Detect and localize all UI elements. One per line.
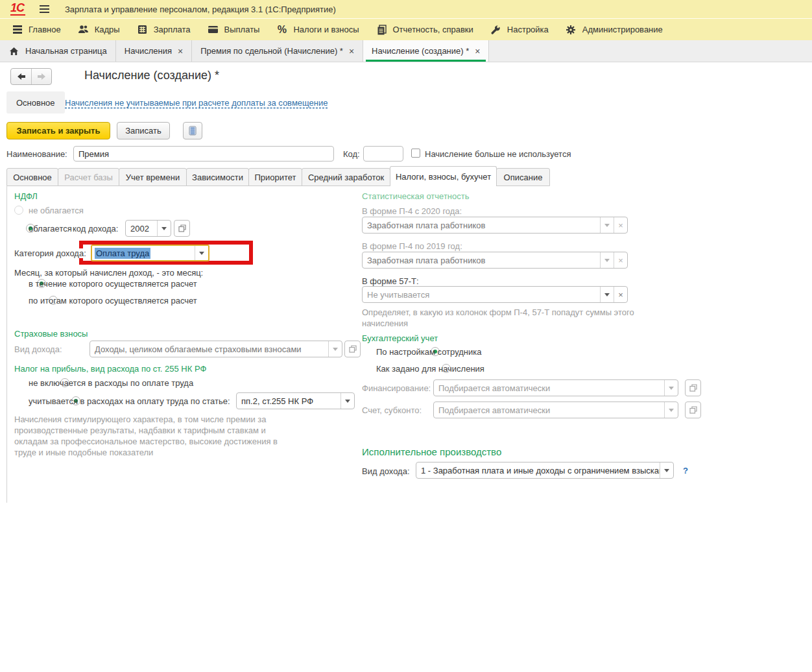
dropdown-icon (328, 341, 342, 357)
income-code-combo[interactable]: 2002 (125, 220, 171, 237)
insurance-income-type-label: Вид дохода: (14, 344, 62, 354)
tab-accrual-creation[interactable]: Начисление (создание) * × (363, 40, 489, 62)
open-form-icon (178, 224, 186, 232)
formtab-taxes-accounting[interactable]: Налоги, взносы, бухучет (390, 166, 497, 186)
accounting-header: Бухгалтерский учет (362, 333, 438, 343)
tab-accruals[interactable]: Начисления × (116, 40, 192, 62)
formtab-main[interactable]: Основное (6, 168, 58, 186)
financing-label: Финансирование: (362, 383, 431, 393)
history-nav (10, 68, 52, 85)
profit-tax-not-included-label: не включается в расходы по оплате труда (29, 378, 193, 388)
stack-icon (189, 126, 197, 136)
dropdown-icon (600, 252, 614, 268)
save-button[interactable]: Записать (117, 122, 170, 139)
profit-tax-header: Налог на прибыль, вид расхода по ст. 255… (14, 364, 206, 374)
month-after-label: по итогам которого осуществляется расчет (29, 296, 197, 306)
dropdown-icon[interactable] (340, 393, 354, 409)
p4-2020-label: В форме П-4 с 2020 года: (362, 206, 462, 216)
menu-item-reports[interactable]: Отчетность, справки (376, 25, 473, 35)
clear-icon: × (614, 252, 627, 268)
tab-home[interactable]: Начальная страница (0, 40, 116, 62)
stat-note: Определяет, в какую из колонок форм П-4,… (362, 307, 634, 329)
close-icon[interactable]: × (349, 47, 354, 56)
home-icon (8, 46, 19, 56)
open-form-icon (689, 384, 697, 392)
menu-item-main[interactable]: Главное (12, 25, 61, 35)
ndfl-header: НДФЛ (14, 191, 38, 201)
dropdown-icon[interactable] (195, 246, 208, 260)
menu-item-administration[interactable]: Администрирование (566, 25, 663, 35)
financing-combo: Подбирается автоматически (433, 379, 678, 396)
1c-logo-icon: 1С (10, 3, 25, 16)
dropdown-icon[interactable] (600, 287, 614, 302)
income-category-combo[interactable]: Оплата труда (91, 245, 209, 261)
window-title: Зарплата и управление персоналом, редакц… (65, 5, 336, 14)
formtab-dependencies[interactable]: Зависимости (186, 168, 249, 186)
not-used-label: Начисление больше не используется (425, 149, 571, 159)
code-input[interactable] (363, 146, 403, 162)
dropdown-icon (664, 402, 678, 418)
insurance-header: Страховые взносы (14, 329, 88, 339)
profit-tax-note: Начисления стимулирующего характера, в т… (14, 414, 294, 458)
forward-button[interactable] (31, 69, 51, 84)
clear-icon[interactable]: × (614, 287, 627, 302)
window-titlebar: 1С Зарплата и управление персоналом, ред… (0, 0, 812, 18)
p4-2020-combo: Заработная плата работников × (362, 217, 628, 234)
people-icon (78, 25, 89, 35)
help-icon[interactable]: ? (683, 466, 688, 475)
f57-label: В форме 57-Т: (362, 276, 419, 286)
close-icon[interactable]: × (475, 47, 480, 56)
enforcement-income-type-combo[interactable]: 1 - Заработная плата и иные доходы с огр… (416, 462, 674, 479)
accounting-employee-label: По настройкам сотрудника (376, 347, 481, 357)
income-code-open-button[interactable] (174, 220, 190, 237)
save-and-close-button[interactable]: Записать и закрыть (6, 122, 110, 139)
code-label: Код: (343, 149, 360, 159)
income-category-label: Категория дохода: (14, 248, 86, 258)
income-code-label: код дохода: (73, 224, 118, 234)
menu-item-settings[interactable]: Настройка (490, 25, 549, 35)
main-menu-icon[interactable] (40, 5, 49, 13)
f57-combo[interactable]: Не учитывается × (362, 286, 628, 303)
form-tabstrip: Основное Расчет базы Учет времени Зависи… (6, 167, 549, 186)
close-icon[interactable]: × (178, 47, 183, 56)
account-combo: Подбирается автоматически (433, 402, 678, 418)
name-label: Наименование: (6, 149, 67, 159)
menu-item-taxes[interactable]: % Налоги и взносы (276, 25, 359, 35)
menu-item-payments[interactable]: Выплаты (208, 25, 260, 35)
accounting-accrual-label: Как задано для начисления (376, 364, 484, 374)
insurance-income-type-open-button[interactable] (344, 341, 361, 357)
formtab-calc-base: Расчет базы (58, 168, 119, 186)
formtab-average-earnings[interactable]: Средний заработок (302, 168, 390, 186)
gear-icon (566, 25, 577, 35)
month-during-label: в течение которого осуществляется расчет (29, 279, 197, 289)
sections-icon (12, 25, 23, 35)
main-section-button[interactable]: Основное (6, 91, 65, 114)
dropdown-icon[interactable] (660, 462, 673, 478)
profit-tax-article-combo[interactable]: пп.2, ст.255 НК РФ (236, 392, 355, 409)
account-open-button[interactable] (685, 402, 701, 418)
main-menubar: Главное Кадры Зарплата Выплаты % Налоги … (0, 18, 812, 40)
formtab-description[interactable]: Описание (496, 168, 550, 186)
related-info-link[interactable]: Начисления не учитываемые при расчете до… (65, 98, 328, 108)
ndfl-not-taxed-radio (14, 206, 23, 215)
open-form-icon (689, 406, 697, 414)
percent-icon: % (276, 25, 287, 35)
clear-icon: × (614, 217, 627, 233)
back-button[interactable] (11, 69, 31, 84)
ndfl-taxed-label: облагается (29, 224, 72, 234)
menu-item-salary[interactable]: Зарплата (137, 25, 191, 35)
selected-text: Оплата труда (95, 248, 150, 259)
formtab-time-tracking[interactable]: Учет времени (119, 168, 187, 186)
formtab-priority[interactable]: Приоритет (248, 168, 302, 186)
name-input[interactable]: Премия (73, 146, 334, 162)
ndfl-not-taxed-label: не облагается (29, 206, 84, 215)
tab-piecework-premium[interactable]: Премия по сдельной (Начисление) * × (192, 40, 363, 62)
dropdown-icon (664, 380, 678, 396)
menu-item-personnel[interactable]: Кадры (78, 25, 120, 35)
register-records-button[interactable] (183, 122, 202, 139)
financing-open-button[interactable] (685, 379, 701, 396)
not-used-checkbox[interactable] (411, 149, 420, 158)
stat-header: Статистическая отчетность (362, 191, 470, 201)
dropdown-icon[interactable] (157, 221, 171, 236)
account-label: Счет, субконто: (362, 405, 422, 415)
